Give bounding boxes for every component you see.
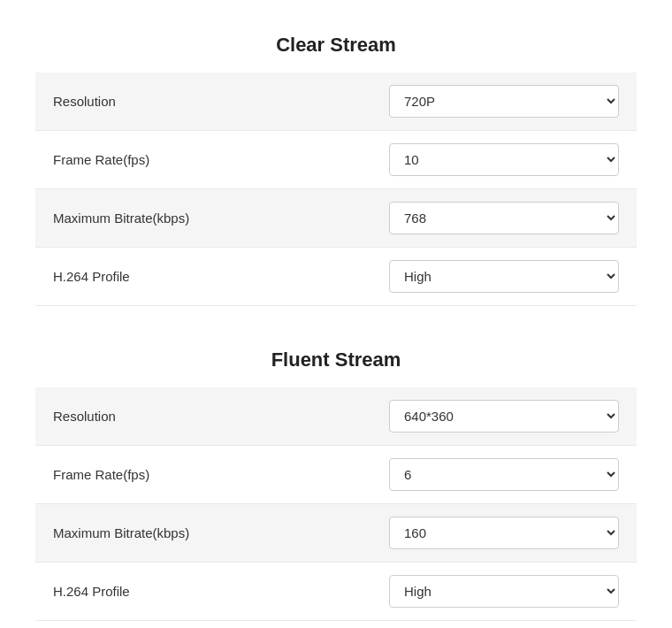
clear-resolution-select[interactable]: 720P1080P480P360P (389, 85, 619, 118)
fluent-bitrate-label: Maximum Bitrate(kbps) (35, 504, 306, 563)
table-row: Maximum Bitrate(kbps)160256512768 (35, 504, 637, 563)
table-row: H.264 ProfileHighMainBaseline (35, 563, 637, 621)
fluent-stream-title: Fluent Stream (35, 333, 637, 380)
fluent-bitrate-control-cell: 160256512768 (306, 504, 637, 563)
clear-stream-section: Clear Stream Resolution720P1080P480P360P… (35, 18, 637, 306)
fluent-stream-section: Fluent Stream Resolution640*360320*18048… (35, 333, 637, 621)
table-row: Resolution640*360320*180480*270 (35, 387, 637, 446)
clear-stream-title: Clear Stream (35, 18, 637, 65)
clear-framerate-label: Frame Rate(fps) (35, 131, 306, 189)
clear-stream-table: Resolution720P1080P480P360PFrame Rate(fp… (35, 73, 637, 306)
table-row: H.264 ProfileHighMainBaseline (35, 248, 637, 306)
fluent-bitrate-select[interactable]: 160256512768 (389, 517, 619, 549)
clear-h264profile-select[interactable]: HighMainBaseline (389, 260, 619, 293)
fluent-h264profile-control-cell: HighMainBaseline (306, 563, 637, 621)
fluent-resolution-label: Resolution (35, 387, 306, 446)
clear-resolution-label: Resolution (35, 73, 306, 131)
clear-bitrate-control-cell: 76810242048512256 (306, 189, 637, 248)
table-row: Resolution720P1080P480P360P (35, 73, 637, 131)
fluent-h264profile-select[interactable]: HighMainBaseline (389, 575, 619, 608)
clear-bitrate-label: Maximum Bitrate(kbps) (35, 189, 306, 248)
table-row: Frame Rate(fps)1015202530 (35, 131, 637, 189)
fluent-stream-table: Resolution640*360320*180480*270Frame Rat… (35, 387, 637, 621)
fluent-h264profile-label: H.264 Profile (35, 563, 306, 621)
table-row: Maximum Bitrate(kbps)76810242048512256 (35, 189, 637, 248)
clear-h264profile-control-cell: HighMainBaseline (306, 248, 637, 306)
clear-framerate-control-cell: 1015202530 (306, 131, 637, 189)
fluent-resolution-control-cell: 640*360320*180480*270 (306, 387, 637, 446)
table-row: Frame Rate(fps)610152025 (35, 446, 637, 504)
fluent-framerate-select[interactable]: 610152025 (389, 458, 619, 491)
fluent-framerate-label: Frame Rate(fps) (35, 446, 306, 504)
fluent-resolution-select[interactable]: 640*360320*180480*270 (389, 400, 619, 433)
clear-h264profile-label: H.264 Profile (35, 248, 306, 306)
clear-resolution-control-cell: 720P1080P480P360P (306, 73, 637, 131)
section-divider (35, 315, 637, 333)
fluent-framerate-control-cell: 610152025 (306, 446, 637, 504)
page-container: Clear Stream Resolution720P1080P480P360P… (0, 0, 672, 628)
clear-bitrate-select[interactable]: 76810242048512256 (389, 202, 619, 234)
clear-framerate-select[interactable]: 1015202530 (389, 143, 619, 176)
